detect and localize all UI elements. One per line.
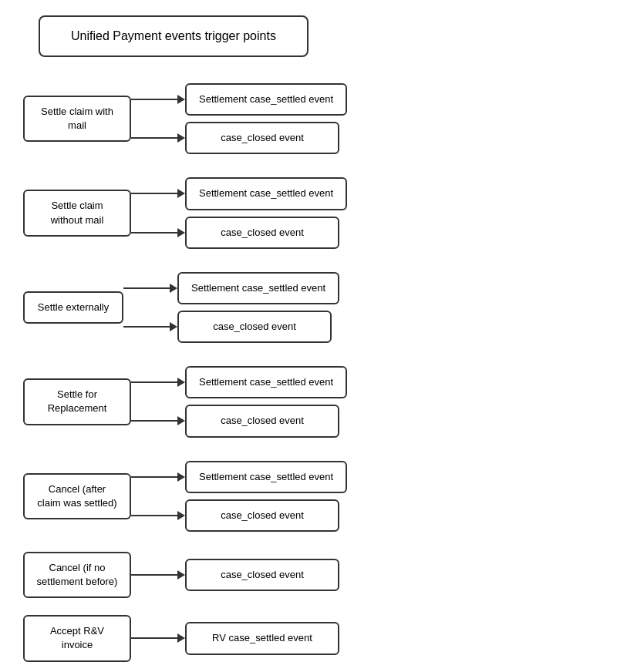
arrow-line-segment	[131, 476, 177, 478]
arrowhead-icon	[177, 228, 185, 237]
arrowhead-icon	[177, 570, 185, 580]
source-box-5: Cancel (if no settlement before)	[23, 552, 131, 598]
arrow-line-segment	[131, 420, 177, 422]
arrow-line-segment	[131, 193, 177, 194]
target-box-5-0: case_closed event	[185, 559, 339, 591]
arrow-line-segment	[131, 232, 177, 234]
row-settle-replacement: Settle for ReplacementSettlement case_se…	[23, 363, 594, 440]
source-box-1: Settle claim without mail	[23, 190, 131, 236]
arrow-line-segment	[131, 381, 177, 383]
arrowhead-icon	[177, 472, 185, 482]
source-box-4: Cancel (after claim was settled)	[23, 473, 131, 519]
target-box-6-0: RV case_settled event	[185, 622, 339, 654]
source-box-6: Accept R&V invoice	[23, 615, 131, 661]
arrow-row-3-1: case_closed event	[131, 405, 347, 437]
row-settle-no-mail: Settle claim without mailSettlement case…	[23, 174, 594, 251]
target-box-3-0: Settlement case_settled event	[185, 366, 347, 398]
source-box-2: Settle externally	[23, 291, 123, 324]
target-box-4-1: case_closed event	[185, 499, 339, 532]
arrowhead-icon	[177, 378, 185, 387]
arrow-row-2-0: Settlement case_settled event	[123, 272, 339, 304]
arrow-row-2-1: case_closed event	[123, 311, 339, 343]
row-settle-mail: Settle claim with mailSettlement case_se…	[23, 80, 594, 157]
target-box-2-1: case_closed event	[177, 311, 332, 343]
target-box-0-0: Settlement case_settled event	[185, 83, 347, 116]
target-box-0-1: case_closed event	[185, 122, 339, 154]
arrow-line-segment	[131, 637, 177, 639]
source-box-3: Settle for Replacement	[23, 378, 131, 425]
arrowhead-icon	[170, 322, 177, 331]
source-box-0: Settle claim with mail	[23, 96, 131, 142]
target-box-4-0: Settlement case_settled event	[185, 461, 347, 493]
target-box-1-1: case_closed event	[185, 217, 339, 249]
arrow-row-0-0: Settlement case_settled event	[131, 83, 347, 116]
arrowhead-icon	[177, 511, 185, 520]
arrow-row-1-0: Settlement case_settled event	[131, 177, 347, 210]
arrowhead-icon	[177, 95, 185, 104]
row-settle-externally: Settle externallySettlement case_settled…	[23, 269, 594, 346]
diagram-title: Unified Payment events trigger points	[39, 15, 308, 57]
target-box-1-0: Settlement case_settled event	[185, 177, 347, 210]
arrow-row-6-0: RV case_settled event	[131, 622, 339, 654]
arrow-line-segment	[131, 137, 177, 139]
row-accept-rv-invoice: Accept R&V invoiceRV case_settled event	[23, 615, 594, 661]
arrow-row-4-1: case_closed event	[131, 499, 347, 532]
arrow-row-3-0: Settlement case_settled event	[131, 366, 347, 398]
target-box-3-1: case_closed event	[185, 405, 339, 437]
arrowhead-icon	[177, 416, 185, 425]
arrow-line-segment	[131, 99, 177, 100]
arrow-line-segment	[131, 574, 177, 576]
arrow-line-segment	[123, 326, 170, 328]
arrow-row-4-0: Settlement case_settled event	[131, 461, 347, 493]
arrow-line-segment	[131, 515, 177, 516]
arrow-row-5-0: case_closed event	[131, 559, 339, 591]
arrow-row-0-1: case_closed event	[131, 122, 347, 154]
row-cancel-no-settlement: Cancel (if no settlement before)case_clo…	[23, 552, 594, 598]
arrowhead-icon	[177, 189, 185, 198]
target-box-2-0: Settlement case_settled event	[177, 272, 339, 304]
arrowhead-icon	[170, 284, 177, 293]
row-cancel-after: Cancel (after claim was settled)Settleme…	[23, 458, 594, 535]
arrowhead-icon	[177, 133, 185, 143]
arrow-row-1-1: case_closed event	[131, 217, 347, 249]
arrow-line-segment	[123, 287, 170, 289]
arrowhead-icon	[177, 633, 185, 643]
